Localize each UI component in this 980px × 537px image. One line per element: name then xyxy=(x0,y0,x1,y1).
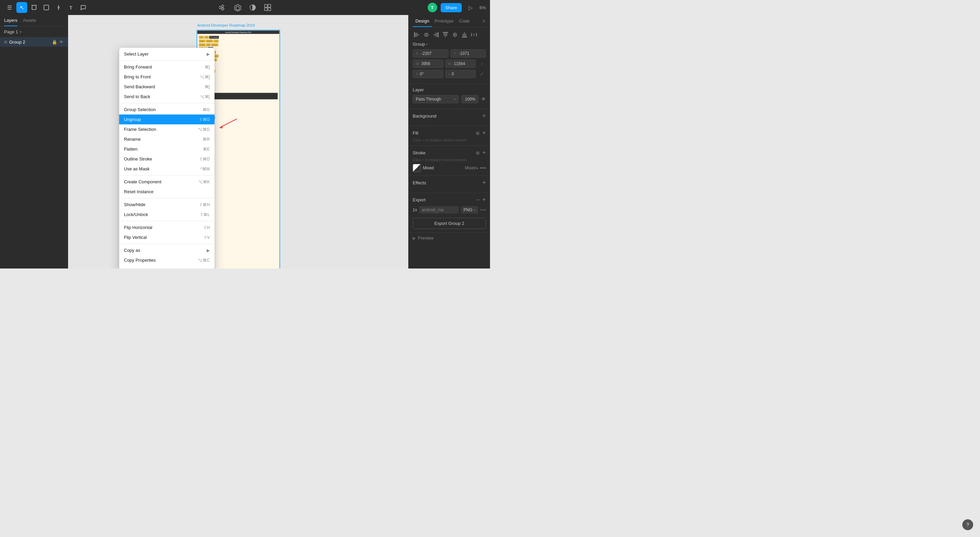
tab-layers[interactable]: Layers xyxy=(4,18,18,26)
comment-tool-button[interactable] xyxy=(78,2,89,13)
menu-item-outline-stroke[interactable]: Outline Stroke ⇧⌘O xyxy=(119,154,215,164)
svg-rect-35 xyxy=(463,34,463,37)
visibility-icon[interactable]: 👁 xyxy=(59,40,64,45)
menu-item-bring-front[interactable]: Bring to Front ⌥⌘] xyxy=(119,72,215,82)
menu-item-select-layer[interactable]: Select Layer ▶ xyxy=(119,49,215,59)
svg-rect-18 xyxy=(414,34,419,35)
y-field[interactable]: Y -1071 xyxy=(450,49,486,57)
menu-item-reset-instance[interactable]: Reset Instance xyxy=(119,187,215,197)
layer-section-title: Layer xyxy=(413,87,424,92)
menu-item-send-back[interactable]: Send to Back ⌥⌘[ xyxy=(119,92,215,102)
fill-grid-icon[interactable]: ⊞ xyxy=(476,131,479,135)
tab-design[interactable]: Design xyxy=(413,15,432,27)
stroke-more-button[interactable]: ••• xyxy=(480,165,486,171)
menu-item-paste-properties[interactable]: Paste Properties ⌥⌘V xyxy=(119,265,215,269)
export-filename[interactable]: android_roa xyxy=(419,206,459,214)
menu-item-use-mask[interactable]: Use as Mask ^⌘M xyxy=(119,164,215,174)
align-bottom-button[interactable] xyxy=(460,31,469,39)
layer-section-header: Layer xyxy=(413,87,486,92)
menu-button[interactable]: ☰ xyxy=(4,2,15,13)
close-panel-button[interactable]: ✕ xyxy=(482,15,486,27)
submenu-arrow-copy-as: ▶ xyxy=(207,248,210,253)
arrange-icon[interactable] xyxy=(262,2,273,13)
export-more-button[interactable]: ••• xyxy=(480,207,486,213)
rotation-icon: ↻ xyxy=(416,72,418,76)
fill-add-button[interactable]: + xyxy=(482,129,486,137)
svg-rect-11 xyxy=(264,5,267,7)
menu-item-flatten[interactable]: Flatten ⌘E xyxy=(119,144,215,154)
layer-visibility-button[interactable]: 👁 xyxy=(481,96,486,102)
assets-icon[interactable] xyxy=(232,2,243,13)
tab-prototype[interactable]: Prototype xyxy=(432,15,456,27)
stroke-actions: ⊞ + xyxy=(476,149,486,156)
align-right-button[interactable] xyxy=(432,31,440,39)
menu-divider-6 xyxy=(119,244,215,244)
background-add-button[interactable]: + xyxy=(482,112,486,120)
play-button[interactable]: ▷ xyxy=(465,2,476,13)
menu-item-frame-selection[interactable]: Frame Selection ⌥⌘G xyxy=(119,124,215,134)
stroke-row: Mixed Mixed ▾ ••• xyxy=(413,164,486,172)
group-dropdown-icon[interactable]: ▾ xyxy=(426,42,428,46)
tab-code[interactable]: Code xyxy=(456,15,472,27)
svg-rect-23 xyxy=(425,36,428,37)
layer-item-label: Group 2 xyxy=(9,40,52,45)
align-center-h-button[interactable] xyxy=(422,31,430,39)
corner-value: 0 xyxy=(452,72,454,76)
constrain-proportions-button[interactable]: ↕ xyxy=(478,60,486,68)
effects-add-button[interactable]: + xyxy=(482,179,486,186)
align-top-button[interactable] xyxy=(441,31,449,39)
menu-item-copy-as[interactable]: Copy as ▶ xyxy=(119,245,215,255)
menu-divider-3 xyxy=(119,175,215,175)
menu-item-copy-properties[interactable]: Copy Properties ⌥⌘C xyxy=(119,255,215,265)
left-sidebar: Layers Assets Page 1 ▾ ⊞ Group 2 🔒 👁 xyxy=(0,15,68,269)
h-field[interactable]: H 11564 xyxy=(445,60,476,68)
layer-item-actions: 🔒 👁 xyxy=(52,40,64,45)
menu-item-group-selection[interactable]: Group Selection ⌘G xyxy=(119,105,215,115)
share-button[interactable]: Share xyxy=(441,3,462,12)
contrast-icon[interactable] xyxy=(247,2,258,13)
shape-tool-button[interactable] xyxy=(41,2,52,13)
stroke-grid-icon[interactable]: ⊞ xyxy=(476,151,479,155)
shortcut-flip-horizontal: ⇧H xyxy=(203,225,210,230)
menu-item-flip-vertical[interactable]: Flip Vertical ⇧V xyxy=(119,233,215,242)
stroke-add-button[interactable]: + xyxy=(482,149,486,156)
export-format-select[interactable]: PNG ▾ xyxy=(461,206,478,214)
select-tool-button[interactable]: ↖ xyxy=(16,2,27,13)
tab-assets[interactable]: Assets xyxy=(23,18,36,26)
menu-label-flip-horizontal: Flip Horizontal xyxy=(124,225,203,230)
frame-tool-button[interactable] xyxy=(29,2,40,13)
rotation-field[interactable]: ↻ 0° xyxy=(413,70,443,78)
context-menu: Select Layer ▶ Bring Forward ⌘] Bring to… xyxy=(119,48,215,269)
x-field[interactable]: X -2207 xyxy=(413,49,449,57)
blend-mode-select[interactable]: Pass Through ▾ xyxy=(413,95,459,103)
menu-item-create-component[interactable]: Create Component ⌥⌘K xyxy=(119,177,215,187)
export-minus-button[interactable]: − xyxy=(476,197,479,203)
export-group-button[interactable]: Export Group 2 xyxy=(413,218,486,229)
lock-icon[interactable]: 🔒 xyxy=(52,40,57,45)
menu-item-send-backward[interactable]: Send Backward ⌘[ xyxy=(119,82,215,92)
pen-tool-button[interactable] xyxy=(53,2,64,13)
svg-rect-4 xyxy=(44,5,49,10)
svg-rect-38 xyxy=(462,37,467,37)
components-icon[interactable] xyxy=(217,2,228,13)
align-middle-button[interactable] xyxy=(451,31,459,39)
stroke-color-swatch[interactable] xyxy=(413,164,421,172)
menu-item-bring-forward[interactable]: Bring Forward ⌘] xyxy=(119,62,215,72)
layer-item-group2[interactable]: ⊞ Group 2 🔒 👁 xyxy=(0,37,68,47)
menu-item-flip-horizontal[interactable]: Flip Horizontal ⇧H xyxy=(119,223,215,233)
resize-constraints-button[interactable]: ⤢ xyxy=(478,70,486,78)
menu-item-show-hide[interactable]: Show/Hide ⇧⌘H xyxy=(119,200,215,210)
text-tool-button[interactable]: T xyxy=(65,2,76,13)
export-add-button[interactable]: + xyxy=(482,196,486,203)
opacity-field[interactable]: 100% xyxy=(461,95,479,103)
corner-field[interactable]: ⌐ 0 xyxy=(445,70,476,78)
preview-section[interactable]: ▶ Preview xyxy=(409,233,490,243)
menu-item-lock-unlock[interactable]: Lock/Unlock ⇧⌘L xyxy=(119,210,215,220)
page-selector[interactable]: Page 1 ▾ xyxy=(0,27,68,37)
w-field[interactable]: W 3956 xyxy=(413,60,443,68)
menu-item-ungroup[interactable]: Ungroup ⇧⌘G xyxy=(119,115,215,124)
distribute-h-button[interactable] xyxy=(470,31,478,39)
menu-item-rename[interactable]: Rename ⌘R xyxy=(119,134,215,144)
shortcut-lock-unlock: ⇧⌘L xyxy=(200,212,210,217)
align-left-button[interactable] xyxy=(413,31,421,39)
